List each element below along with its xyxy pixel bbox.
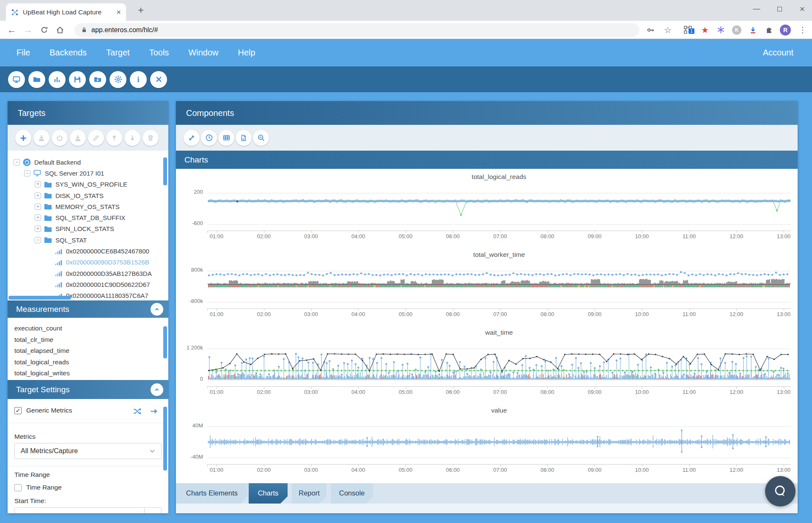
measurement-item[interactable]: total_logical_writes bbox=[8, 368, 168, 379]
browser-tab[interactable]: UpBeat High Load Capture × bbox=[6, 3, 126, 21]
expand-toggle-icon[interactable]: + bbox=[35, 215, 41, 221]
collapse-measurements-button[interactable] bbox=[151, 303, 163, 316]
measurement-item[interactable]: total_clr_time bbox=[8, 334, 168, 346]
info-button[interactable]: i bbox=[130, 71, 147, 88]
expand-toggle-icon[interactable]: + bbox=[35, 226, 41, 232]
tree-vertical-scrollbar-thumb[interactable] bbox=[163, 157, 167, 185]
download-icon[interactable] bbox=[745, 21, 760, 39]
tree-item[interactable]: +MEMORY_OS_STATS bbox=[8, 201, 168, 212]
target-settings-scrollbar-thumb[interactable] bbox=[163, 407, 167, 471]
tree-item[interactable]: +SQL_STAT_DB_SUFFIX bbox=[8, 212, 168, 223]
expand-toggle-icon[interactable]: + bbox=[35, 204, 41, 210]
pdf-button[interactable] bbox=[236, 130, 252, 146]
tree-item[interactable]: −SQL_STAT bbox=[8, 234, 168, 245]
tree-item[interactable]: +SYS_WIN_OS_PROFILE bbox=[8, 179, 168, 190]
maximize-button[interactable] bbox=[770, 0, 789, 18]
tree-item[interactable]: 0x02000000D35AB127B63DA bbox=[8, 268, 168, 279]
move-up-button[interactable] bbox=[106, 130, 122, 146]
apply-arrow-icon[interactable] bbox=[150, 407, 158, 415]
red-star-extension-icon[interactable]: ★ bbox=[697, 21, 713, 39]
url-bar[interactable]: app.enteros.com/hlc/# bbox=[74, 23, 639, 37]
tree-item-label[interactable]: Default Backend bbox=[34, 159, 81, 166]
tools-button[interactable] bbox=[150, 71, 167, 88]
k-extension-icon[interactable]: K bbox=[729, 21, 744, 39]
collapse-toggle-icon[interactable]: − bbox=[14, 159, 20, 165]
browser-menu-icon[interactable]: ⋮ bbox=[795, 21, 810, 39]
settings-button[interactable] bbox=[110, 71, 126, 88]
time-button[interactable] bbox=[201, 130, 217, 146]
move-down-button[interactable] bbox=[124, 130, 140, 146]
expand-toggle-icon[interactable]: + bbox=[35, 193, 41, 199]
power-button[interactable] bbox=[52, 130, 68, 146]
menu-window[interactable]: Window bbox=[178, 48, 228, 58]
export-button[interactable] bbox=[70, 130, 86, 146]
chart-canvas[interactable] bbox=[176, 327, 798, 405]
close-tab-icon[interactable]: × bbox=[116, 8, 121, 16]
expand-toggle-icon[interactable]: + bbox=[35, 181, 41, 187]
tree-item-label[interactable]: SQL_STAT_DB_SUFFIX bbox=[55, 214, 125, 221]
bookmark-star-icon[interactable]: ☆ bbox=[660, 21, 675, 39]
tree-horizontal-scrollbar-thumb[interactable] bbox=[8, 296, 71, 300]
menu-backends[interactable]: Backends bbox=[40, 48, 96, 58]
tree-item[interactable]: 0x0200000090D3753B1526B bbox=[8, 257, 168, 268]
menu-account[interactable]: Account bbox=[763, 39, 793, 66]
tree-item-label[interactable]: MEMORY_OS_STATS bbox=[55, 203, 120, 210]
charts-button[interactable] bbox=[49, 71, 66, 88]
tree-item[interactable]: 0x020000001C90D50622D67 bbox=[8, 279, 168, 290]
profile-avatar[interactable]: R bbox=[778, 21, 793, 39]
measurement-item[interactable]: total_elapsed_time bbox=[8, 345, 168, 357]
close-window-button[interactable]: × bbox=[793, 0, 812, 18]
snowflake-extension-icon[interactable] bbox=[713, 21, 728, 39]
edit-button[interactable] bbox=[88, 130, 104, 146]
import-button[interactable] bbox=[33, 130, 49, 146]
menu-help[interactable]: Help bbox=[228, 48, 265, 58]
chart-canvas[interactable] bbox=[176, 171, 798, 249]
tab-console[interactable]: Console bbox=[331, 483, 373, 504]
tree-item-label[interactable]: SPIN_LOCK_STATS bbox=[55, 225, 114, 232]
tree-item[interactable]: −SQL Server 2017 I01 bbox=[8, 168, 168, 179]
generic-metrics-checkbox[interactable]: ✓ bbox=[14, 407, 22, 414]
delete-button[interactable] bbox=[143, 130, 159, 146]
chart-canvas[interactable] bbox=[176, 249, 798, 327]
tree-item[interactable]: +DISK_IO_STATS bbox=[8, 190, 168, 201]
tab-charts-elements[interactable]: Charts Elements bbox=[176, 483, 248, 504]
tree-item-label[interactable]: 0x0200000090D3753B1526B bbox=[66, 259, 149, 266]
back-button[interactable]: ← bbox=[4, 21, 19, 39]
open-folder-button[interactable] bbox=[28, 71, 45, 88]
passwords-key-icon[interactable] bbox=[643, 21, 658, 39]
menu-file[interactable]: File bbox=[7, 48, 40, 58]
chart-canvas[interactable] bbox=[176, 405, 798, 483]
expand-button[interactable] bbox=[184, 130, 200, 146]
capture-button[interactable] bbox=[89, 71, 106, 88]
home-button[interactable] bbox=[52, 21, 68, 39]
tab-report[interactable]: Report bbox=[292, 483, 326, 504]
menu-tools[interactable]: Tools bbox=[140, 48, 179, 58]
tree-item-label[interactable]: SYS_WIN_OS_PROFILE bbox=[55, 181, 127, 188]
tree-item-label[interactable]: DISK_IO_STATS bbox=[55, 192, 104, 199]
add-target-button[interactable]: + bbox=[15, 130, 31, 146]
table-button[interactable] bbox=[218, 130, 234, 146]
start-time-input[interactable] bbox=[14, 507, 162, 513]
metrics-select[interactable]: All Metrics/Capture bbox=[14, 443, 162, 459]
measurement-item[interactable]: total_logical_reads bbox=[8, 357, 168, 368]
tree-item-label[interactable]: 0x020000001C90D50622D67 bbox=[66, 281, 150, 288]
forward-button[interactable]: → bbox=[20, 21, 36, 39]
chat-button[interactable] bbox=[765, 476, 796, 506]
puzzle-extensions-icon[interactable] bbox=[761, 21, 776, 39]
tree-item[interactable]: +SPIN_LOCK_STATS bbox=[8, 223, 168, 234]
save-button[interactable] bbox=[69, 71, 86, 88]
start-time-picker-segment[interactable] bbox=[144, 508, 161, 513]
tree-item-label[interactable]: SQL_STAT bbox=[55, 237, 87, 244]
dashboard-button[interactable] bbox=[8, 71, 25, 88]
tree-item-label[interactable]: 0x02000000A11180357C6A7 bbox=[66, 292, 148, 299]
collapse-toggle-icon[interactable]: − bbox=[35, 237, 41, 243]
tree-item[interactable]: 0x02000000CE6B452467800 bbox=[8, 245, 168, 256]
tree-item[interactable]: −Default Backend bbox=[8, 157, 168, 168]
measurement-item[interactable]: execution_count bbox=[8, 323, 168, 334]
sitemap-extension-icon[interactable]: 1 bbox=[680, 21, 696, 39]
minimize-button[interactable]: — bbox=[747, 0, 766, 18]
menu-target[interactable]: Target bbox=[96, 48, 140, 58]
measurements-scrollbar-thumb[interactable] bbox=[163, 326, 167, 358]
new-tab-button[interactable]: + bbox=[134, 4, 147, 17]
tree-item-label[interactable]: 0x02000000CE6B452467800 bbox=[66, 248, 149, 255]
